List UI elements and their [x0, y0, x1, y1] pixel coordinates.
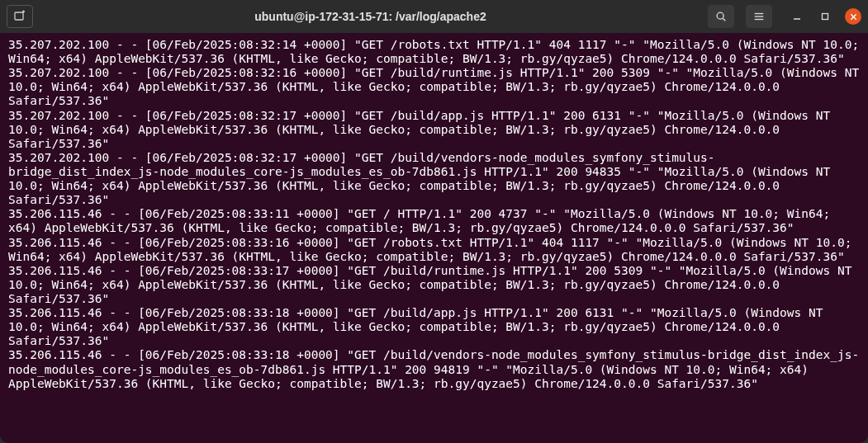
search-button[interactable]: [708, 5, 734, 28]
log-line: 35.207.202.100 - - [06/Feb/2025:08:32:16…: [8, 66, 860, 108]
log-line: 35.207.202.100 - - [06/Feb/2025:08:32:17…: [8, 109, 860, 151]
log-line: 35.206.115.46 - - [06/Feb/2025:08:33:17 …: [8, 264, 860, 306]
log-line: 35.206.115.46 - - [06/Feb/2025:08:33:16 …: [8, 236, 860, 264]
svg-rect-0: [15, 12, 23, 20]
log-line: 35.206.115.46 - - [06/Feb/2025:08:33:11 …: [8, 207, 860, 235]
maximize-button[interactable]: [817, 8, 833, 25]
new-tab-button[interactable]: [7, 5, 33, 28]
new-tab-icon: [13, 10, 26, 23]
menu-button[interactable]: [746, 5, 772, 28]
titlebar: ubuntu@ip-172-31-15-71: /var/log/apache2: [0, 0, 868, 33]
hamburger-icon: [753, 11, 765, 22]
log-line: 35.206.115.46 - - [06/Feb/2025:08:33:18 …: [8, 306, 860, 348]
terminal-output[interactable]: 35.207.202.100 - - [06/Feb/2025:08:32:14…: [0, 33, 868, 443]
svg-point-1: [717, 12, 723, 19]
log-line: 35.206.115.46 - - [06/Feb/2025:08:33:18 …: [8, 348, 860, 390]
svg-line-2: [723, 18, 725, 21]
svg-rect-7: [823, 14, 828, 20]
log-line: 35.207.202.100 - - [06/Feb/2025:08:32:14…: [8, 38, 860, 66]
close-button[interactable]: [845, 8, 861, 25]
window-title: ubuntu@ip-172-31-15-71: /var/log/apache2: [33, 10, 708, 23]
window-controls: [789, 8, 861, 25]
minimize-icon: [792, 12, 802, 21]
search-icon: [715, 11, 727, 22]
log-line: 35.207.202.100 - - [06/Feb/2025:08:32:17…: [8, 151, 860, 207]
titlebar-right: [708, 5, 861, 28]
minimize-button[interactable]: [789, 8, 805, 25]
maximize-icon: [820, 12, 830, 21]
close-icon: [849, 12, 858, 21]
titlebar-left: [7, 5, 33, 28]
